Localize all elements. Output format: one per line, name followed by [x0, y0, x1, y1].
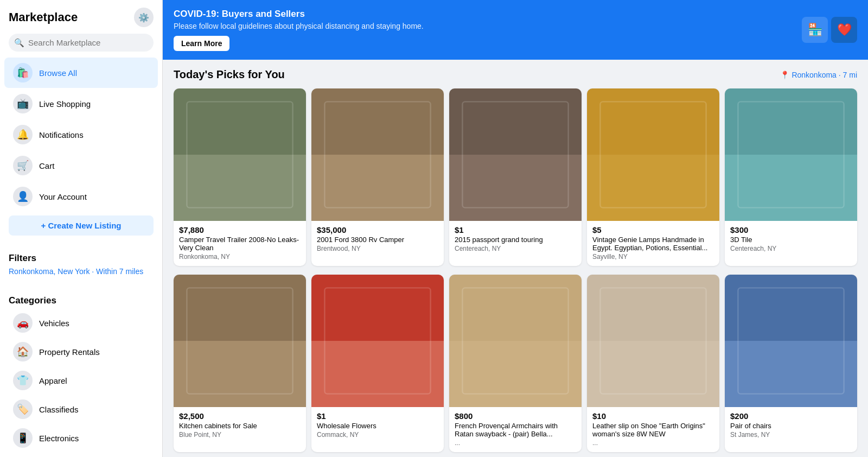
picks-title: Today's Picks for You: [174, 68, 285, 81]
product-card[interactable]: $10 Leather slip on Shoe "Earth Origins"…: [587, 275, 719, 452]
product-location: Brentwood, NY: [317, 245, 438, 252]
product-price: $1: [317, 411, 438, 421]
cat-icon-classifieds: 🏷️: [13, 399, 33, 419]
product-image: [311, 275, 444, 407]
nav-list: 🛍️ Browse All 📺 Live Shopping 🔔 Notifica…: [0, 57, 162, 212]
cat-icon-property-rentals: 🏠: [13, 342, 33, 361]
product-name: Pair of chairs: [730, 422, 852, 430]
sidebar-item-notifications[interactable]: 🔔 Notifications: [4, 119, 158, 150]
product-card[interactable]: $800 French Provençal Armchairs with Rat…: [449, 275, 582, 452]
filters-label: Filters: [0, 247, 162, 266]
product-card[interactable]: $2,500 Kitchen cabinets for Sale Blue Po…: [174, 275, 306, 452]
product-location: Ronkonkoma, NY: [179, 253, 301, 261]
product-price: $7,880: [179, 225, 301, 234]
sidebar-item-live-shopping[interactable]: 📺 Live Shopping: [4, 88, 158, 119]
category-item-electronics[interactable]: 📱 Electronics: [4, 424, 158, 452]
category-item-entertainment[interactable]: 👥 Entertainment: [4, 453, 158, 457]
product-card[interactable]: $7,880 Camper Travel Trailer 2008-No Lea…: [174, 88, 306, 266]
product-card[interactable]: $1 2015 passport grand touring Centereac…: [449, 88, 582, 266]
nav-label-notifications: Notifications: [39, 130, 84, 139]
product-location: ...: [592, 439, 714, 447]
nav-label-browse-all: Browse All: [39, 68, 77, 78]
product-location: Blue Point, NY: [179, 431, 301, 439]
product-card[interactable]: $200 Pair of chairs St James, NY: [725, 275, 857, 452]
nav-label-cart: Cart: [39, 161, 54, 170]
product-price: $800: [455, 411, 576, 421]
cat-label-electronics: Electronics: [39, 434, 79, 443]
nav-icon-cart: 🛒: [13, 156, 33, 175]
product-card[interactable]: $1 Wholesale Flowers Commack, NY: [311, 275, 444, 452]
product-location: Centereach, NY: [455, 245, 576, 252]
svg-rect-7: [449, 155, 582, 221]
product-info: $35,000 2001 Ford 3800 Rv Camper Brentwo…: [311, 221, 444, 258]
product-card[interactable]: $300 3D Tile Centereach, NY: [725, 88, 857, 266]
product-price: $200: [730, 411, 852, 421]
product-price: $300: [730, 225, 852, 234]
learn-more-button[interactable]: Learn More: [174, 36, 229, 51]
sidebar-item-browse-all[interactable]: 🛍️ Browse All: [4, 58, 158, 88]
filter-location[interactable]: Ronkonkoma, New York · Within 7 miles: [0, 266, 162, 281]
cat-label-property-rentals: Property Rentals: [39, 347, 100, 357]
product-price: $5: [592, 225, 714, 234]
product-name: French Provençal Armchairs with Ratan sw…: [455, 422, 576, 438]
product-grid-row1: $7,880 Camper Travel Trailer 2008-No Lea…: [163, 88, 868, 275]
create-listing-button[interactable]: + Create New Listing: [9, 215, 154, 236]
svg-rect-22: [449, 341, 582, 407]
product-card[interactable]: $35,000 2001 Ford 3800 Rv Camper Brentwo…: [311, 88, 444, 266]
product-name: Wholesale Flowers: [317, 422, 438, 430]
sidebar-item-cart[interactable]: 🛒 Cart: [4, 150, 158, 181]
location-label: Ronkonkoma · 7 mi: [792, 71, 857, 79]
product-info: $10 Leather slip on Shoe "Earth Origins"…: [587, 407, 719, 452]
svg-rect-10: [587, 155, 719, 221]
product-image: [587, 88, 719, 221]
product-image: [725, 88, 857, 221]
cat-label-vehicles: Vehicles: [39, 319, 69, 328]
categories-list: 🚗 Vehicles 🏠 Property Rentals 👕 Apparel …: [0, 308, 162, 457]
svg-rect-25: [587, 341, 719, 407]
svg-rect-16: [174, 341, 306, 407]
product-name: Kitchen cabinets for Sale: [179, 422, 301, 430]
search-input[interactable]: [9, 34, 154, 52]
product-location: Centereach, NY: [730, 245, 852, 252]
main-content: COVID-19: Buyers and Sellers Please foll…: [163, 0, 868, 457]
category-item-vehicles[interactable]: 🚗 Vehicles: [4, 309, 158, 337]
product-location: Commack, NY: [317, 431, 438, 439]
svg-rect-4: [311, 155, 444, 221]
cat-icon-electronics: 📱: [13, 428, 33, 448]
cat-icon-apparel: 👕: [13, 371, 33, 390]
location-text: 📍 Ronkonkoma · 7 mi: [780, 71, 857, 79]
search-wrap: 🔍: [0, 30, 162, 57]
product-image: [174, 275, 306, 407]
product-image: [311, 88, 444, 221]
product-price: $10: [592, 411, 714, 421]
store-icon-box: 🏪: [802, 17, 828, 43]
svg-rect-13: [725, 155, 857, 221]
product-name: Vintage Genie Lamps Handmade in Egypt. E…: [592, 236, 714, 252]
svg-rect-1: [174, 155, 306, 221]
product-name: 2015 passport grand touring: [455, 236, 576, 244]
product-name: Camper Travel Trailer 2008-No Leaks-Very…: [179, 236, 301, 252]
svg-rect-19: [311, 341, 444, 407]
product-card[interactable]: $5 Vintage Genie Lamps Handmade in Egypt…: [587, 88, 719, 266]
product-image: [174, 88, 306, 221]
sidebar-item-your-account[interactable]: 👤 Your Account: [4, 181, 158, 212]
product-info: $1 Wholesale Flowers Commack, NY: [311, 407, 444, 444]
banner-title: COVID-19: Buyers and Sellers: [174, 9, 424, 20]
sidebar-title: Marketplace: [9, 10, 78, 24]
category-item-property-rentals[interactable]: 🏠 Property Rentals: [4, 338, 158, 366]
product-image: [587, 275, 719, 407]
nav-icon-your-account: 👤: [13, 187, 33, 206]
search-icon: 🔍: [14, 38, 24, 48]
nav-icon-notifications: 🔔: [13, 125, 33, 144]
category-item-apparel[interactable]: 👕 Apparel: [4, 366, 158, 395]
nav-label-your-account: Your Account: [39, 192, 87, 201]
cat-label-classifieds: Classifieds: [39, 405, 79, 414]
picks-section: Today's Picks for You 📍 Ronkonkoma · 7 m…: [163, 60, 868, 81]
banner-description: Please follow local guidelines about phy…: [174, 22, 424, 30]
sidebar-header: Marketplace ⚙️: [0, 0, 162, 30]
settings-button[interactable]: ⚙️: [134, 8, 154, 27]
product-location: Sayville, NY: [592, 253, 714, 261]
product-info: $2,500 Kitchen cabinets for Sale Blue Po…: [174, 407, 306, 444]
product-name: 2001 Ford 3800 Rv Camper: [317, 236, 438, 244]
category-item-classifieds[interactable]: 🏷️ Classifieds: [4, 395, 158, 423]
